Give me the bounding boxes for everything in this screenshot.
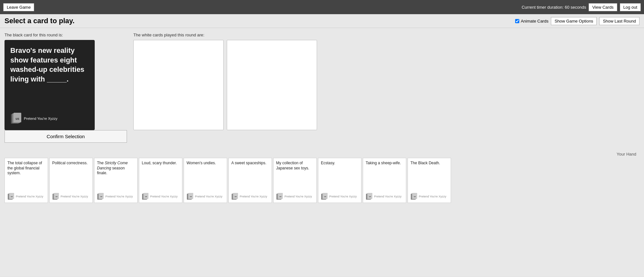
hand-card-logo-icon-4: us — [187, 193, 194, 200]
played-cards-section: The white cards played this round are: — [133, 33, 639, 130]
hand-card-logo-icon-6: us — [276, 193, 283, 200]
hand-card-brand-2: Pretend You're Xyzzy — [105, 195, 133, 198]
hand-card-footer-6: us Pretend You're Xyzzy — [276, 193, 314, 200]
played-white-card-2 — [227, 40, 317, 130]
hand-card-logo-icon-2: us — [97, 193, 104, 200]
played-cards-area — [133, 40, 639, 130]
subheader-right: Animate Cards Show Game Options Show Las… — [515, 17, 639, 25]
log-out-button[interactable]: Log out — [620, 3, 641, 11]
hand-card-brand-7: Pretend You're Xyzzy — [329, 195, 357, 198]
hand-card-text-2: The Strictly Come Dancing season finale. — [97, 161, 135, 176]
hand-card-footer-0: us Pretend You're Xyzzy — [7, 193, 45, 200]
played-cards-label: The white cards played this round are: — [133, 33, 639, 37]
svg-text:us: us — [55, 196, 57, 197]
black-card-footer: us Pretend You're Xyzzy — [10, 113, 89, 124]
hand-card-6[interactable]: My collection of Japanese sex toys. us P… — [273, 158, 317, 203]
svg-text:us: us — [145, 196, 147, 197]
black-card-logo-icon: us — [10, 113, 22, 124]
played-white-card-1 — [133, 40, 224, 130]
show-game-options-button[interactable]: Show Game Options — [551, 17, 597, 25]
hand-card-brand-4: Pretend You're Xyzzy — [195, 195, 222, 198]
black-card-brand: Pretend You're Xyzzy — [24, 116, 57, 121]
hand-card-text-8: Taking a sheep-wife. — [366, 161, 403, 166]
black-card-label: The black card for this round is: — [5, 33, 127, 37]
hand-card-brand-6: Pretend You're Xyzzy — [284, 195, 312, 198]
hand-card-logo-icon-5: us — [231, 193, 238, 200]
black-card-section: The black card for this round is: Bravo'… — [5, 33, 127, 148]
hand-card-brand-0: Pretend You're Xyzzy — [16, 195, 43, 198]
hand-card-logo-icon-7: us — [321, 193, 328, 200]
black-card: Bravo's new reality show features eight … — [5, 40, 95, 130]
hand-card-brand-3: Pretend You're Xyzzy — [150, 195, 178, 198]
your-hand-label: Your Hand — [5, 152, 639, 157]
hand-cards: The total collapse of the global financi… — [5, 158, 639, 203]
hand-card-0[interactable]: The total collapse of the global financi… — [5, 158, 48, 203]
hand-card-text-9: The Black Death. — [410, 161, 448, 166]
hand-card-brand-8: Pretend You're Xyzzy — [374, 195, 401, 198]
svg-text:us: us — [279, 196, 281, 197]
animate-cards-label[interactable]: Animate Cards — [515, 19, 548, 24]
hand-card-logo-icon-1: us — [52, 193, 59, 200]
subheader: Select a card to play. Animate Cards Sho… — [0, 14, 644, 28]
leave-game-button[interactable]: Leave Game — [3, 3, 34, 11]
hand-card-footer-7: us Pretend You're Xyzzy — [321, 193, 359, 200]
hand-card-footer-8: us Pretend You're Xyzzy — [366, 193, 403, 200]
hand-card-1[interactable]: Political correctness. us Pretend You're… — [49, 158, 93, 203]
top-bar: Leave Game Current timer duration: 60 se… — [0, 0, 644, 14]
page-title: Select a card to play. — [5, 17, 74, 25]
hand-card-8[interactable]: Taking a sheep-wife. us Pretend You're X… — [363, 158, 406, 203]
hand-card-3[interactable]: Loud, scary thunder. us Pretend You're X… — [139, 158, 182, 203]
hand-card-logo-icon-0: us — [7, 193, 14, 200]
hand-card-brand-5: Pretend You're Xyzzy — [240, 195, 267, 198]
main-content: The black card for this round is: Bravo'… — [0, 28, 644, 277]
hand-card-footer-1: us Pretend You're Xyzzy — [52, 193, 90, 200]
svg-text:us: us — [324, 196, 326, 197]
hand-card-text-6: My collection of Japanese sex toys. — [276, 161, 314, 171]
show-last-round-button[interactable]: Show Last Round — [599, 17, 639, 25]
hand-card-7[interactable]: Ecstasy. us Pretend You're Xyzzy — [318, 158, 361, 203]
hand-card-4[interactable]: Women's undies. us Pretend You're Xyzzy — [184, 158, 227, 203]
hand-card-footer-4: us Pretend You're Xyzzy — [187, 193, 224, 200]
hand-card-footer-5: us Pretend You're Xyzzy — [231, 193, 269, 200]
hand-card-footer-9: us Pretend You're Xyzzy — [410, 193, 448, 200]
svg-text:us: us — [11, 196, 13, 197]
svg-text:us: us — [15, 117, 19, 120]
hand-card-footer-2: us Pretend You're Xyzzy — [97, 193, 135, 200]
hand-card-text-3: Loud, scary thunder. — [142, 161, 179, 166]
hand-card-text-5: A sweet spaceships. — [231, 161, 269, 166]
hand-card-logo-icon-9: us — [410, 193, 418, 200]
hand-card-5[interactable]: A sweet spaceships. us Pretend You're Xy… — [228, 158, 272, 203]
hand-card-text-7: Ecstasy. — [321, 161, 359, 166]
svg-text:us: us — [190, 196, 192, 197]
svg-text:us: us — [235, 196, 236, 197]
hand-card-text-0: The total collapse of the global financi… — [7, 161, 45, 176]
hand-card-9[interactable]: The Black Death. us Pretend You're Xyzzy — [408, 158, 451, 203]
timer-text: Current timer duration: 60 seconds — [522, 5, 586, 10]
hand-card-text-4: Women's undies. — [187, 161, 224, 166]
animate-cards-checkbox[interactable] — [515, 19, 519, 23]
hand-card-logo-icon-3: us — [142, 193, 149, 200]
confirm-selection-button[interactable]: Confirm Selection — [5, 130, 127, 143]
hand-card-logo-icon-8: us — [366, 193, 373, 200]
hand-card-2[interactable]: The Strictly Come Dancing season finale.… — [94, 158, 138, 203]
topbar-left: Leave Game — [3, 3, 34, 11]
cards-area: The black card for this round is: Bravo'… — [5, 33, 639, 148]
hand-card-footer-3: us Pretend You're Xyzzy — [142, 193, 179, 200]
hand-card-brand-1: Pretend You're Xyzzy — [61, 195, 88, 198]
svg-text:us: us — [414, 196, 416, 197]
svg-text:us: us — [100, 196, 102, 197]
black-card-text: Bravo's new reality show features eight … — [10, 46, 89, 103]
hand-card-brand-9: Pretend You're Xyzzy — [419, 195, 446, 198]
topbar-right: Current timer duration: 60 seconds View … — [522, 3, 641, 11]
view-cards-button[interactable]: View Cards — [589, 3, 617, 11]
hand-card-text-1: Political correctness. — [52, 161, 90, 166]
svg-text:us: us — [369, 196, 371, 197]
